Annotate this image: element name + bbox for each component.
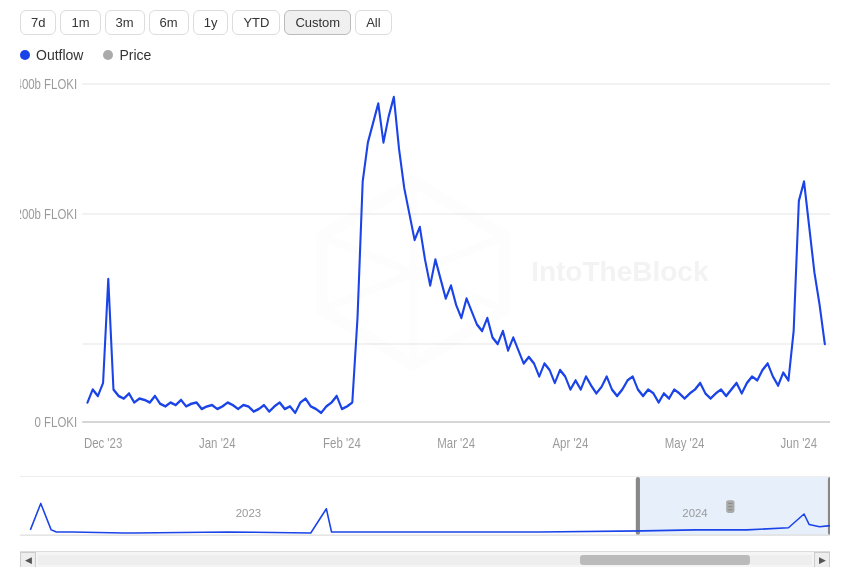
- btn-1y[interactable]: 1y: [193, 10, 229, 35]
- svg-text:May '24: May '24: [665, 435, 705, 452]
- svg-text:Dec '23: Dec '23: [84, 435, 122, 452]
- svg-text:400b FLOKI: 400b FLOKI: [20, 76, 77, 93]
- mini-chart-svg: 2023 2024: [20, 477, 830, 551]
- main-container: 7d 1m 3m 6m 1y YTD Custom All Outflow Pr…: [0, 0, 850, 567]
- svg-text:2023: 2023: [236, 507, 261, 519]
- svg-text:Feb '24: Feb '24: [323, 435, 361, 452]
- scroll-left-arrow[interactable]: ◀: [20, 552, 36, 568]
- svg-text:Jun '24: Jun '24: [781, 435, 817, 452]
- main-chart-svg: 400b FLOKI 200b FLOKI 0 FLOKI Dec '23 Ja…: [20, 71, 830, 474]
- legend-outflow: Outflow: [20, 47, 83, 63]
- price-label: Price: [119, 47, 151, 63]
- time-range-selector: 7d 1m 3m 6m 1y YTD Custom All: [20, 10, 830, 35]
- btn-6m[interactable]: 6m: [149, 10, 189, 35]
- btn-1m[interactable]: 1m: [60, 10, 100, 35]
- outflow-label: Outflow: [36, 47, 83, 63]
- svg-text:2024: 2024: [682, 507, 708, 519]
- mini-chart-container: 2023 2024: [20, 476, 830, 551]
- svg-text:200b FLOKI: 200b FLOKI: [20, 206, 77, 223]
- btn-custom[interactable]: Custom: [284, 10, 351, 35]
- svg-text:Jan '24: Jan '24: [199, 435, 235, 452]
- chart-legend: Outflow Price: [20, 47, 830, 63]
- scrollbar-thumb[interactable]: [580, 555, 750, 565]
- svg-text:Apr '24: Apr '24: [552, 435, 588, 452]
- chart-area: IntoTheBlock 400b FLOKI 200b FLOKI 0 FLO…: [20, 71, 830, 567]
- scroll-right-arrow[interactable]: ▶: [814, 552, 830, 568]
- btn-7d[interactable]: 7d: [20, 10, 56, 35]
- btn-3m[interactable]: 3m: [105, 10, 145, 35]
- outflow-dot: [20, 50, 30, 60]
- svg-text:0 FLOKI: 0 FLOKI: [35, 414, 78, 431]
- svg-rect-21: [636, 477, 640, 535]
- legend-price: Price: [103, 47, 151, 63]
- btn-ytd[interactable]: YTD: [232, 10, 280, 35]
- btn-all[interactable]: All: [355, 10, 391, 35]
- price-dot: [103, 50, 113, 60]
- svg-text:Mar '24: Mar '24: [437, 435, 475, 452]
- main-chart: IntoTheBlock 400b FLOKI 200b FLOKI 0 FLO…: [20, 71, 830, 474]
- scrollbar[interactable]: ◀ ▶: [20, 551, 830, 567]
